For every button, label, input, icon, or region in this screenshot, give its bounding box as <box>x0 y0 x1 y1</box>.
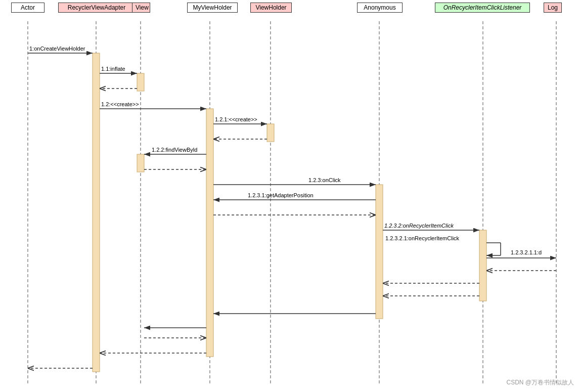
lifeline-anonymous: Anonymous <box>357 3 403 13</box>
msg-1: 1:onCreateViewHolder <box>29 46 85 52</box>
msg-1-2-3-2-1: 1.2.3.2.1:onRecyclerItemClick <box>385 235 459 241</box>
svg-rect-10 <box>137 73 144 91</box>
svg-rect-13 <box>267 124 274 142</box>
svg-rect-12 <box>206 109 213 357</box>
msg-1-2-3-2-1-1: 1.2.3.2.1.1:d <box>511 249 542 255</box>
msg-1-2-3-2: 1.2.3.2:onRecyclerItemClick <box>384 223 454 229</box>
msg-1-2-1: 1.2.1:<<create>> <box>215 116 257 122</box>
diagram: Actor RecyclerViewAdapter View MyViewHol… <box>0 0 579 392</box>
lifeline-actor: Actor <box>11 3 44 13</box>
lifeline-myviewholder: MyViewHolder <box>187 3 238 13</box>
svg-rect-15 <box>479 230 486 301</box>
watermark: CSDN @万卷书情似故人 <box>506 378 574 387</box>
lifeline-onclick: OnRecyclerItemClickListener <box>435 3 530 13</box>
msg-1-2: 1.2:<<create>> <box>101 101 139 107</box>
lifeline-log: Log <box>544 3 562 13</box>
msg-1-1: 1.1:inflate <box>101 66 125 72</box>
msg-1-2-3: 1.2.3:onClick <box>308 177 341 183</box>
svg-rect-11 <box>137 154 144 172</box>
lifeline-viewholder: ViewHolder <box>250 3 292 13</box>
lifeline-view: View <box>132 3 150 13</box>
svg-rect-14 <box>376 185 383 319</box>
msg-1-2-3-1: 1.2.3.1:getAdapterPosition <box>248 192 314 198</box>
lifeline-recycler: RecyclerViewAdapter <box>58 3 135 13</box>
msg-1-2-2: 1.2.2:findViewByld <box>152 147 197 153</box>
svg-rect-9 <box>93 53 100 372</box>
